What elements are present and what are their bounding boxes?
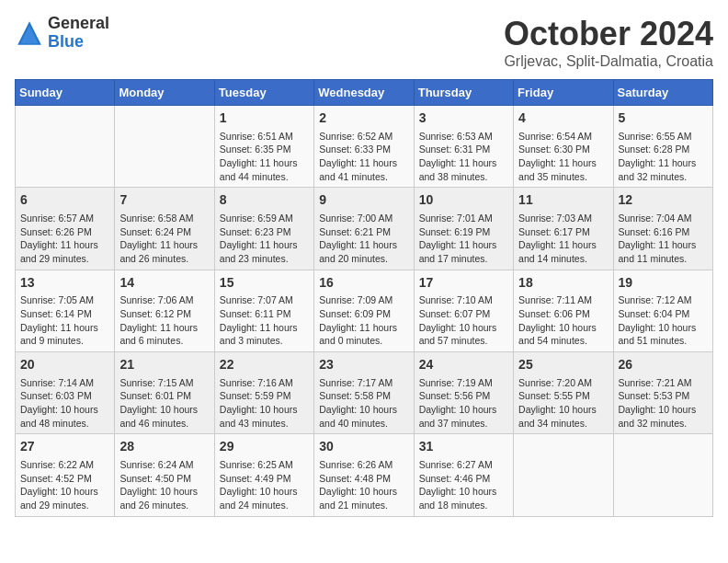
calendar-cell: 24Sunrise: 7:19 AM Sunset: 5:56 PM Dayli… xyxy=(414,352,513,434)
calendar-cell xyxy=(514,434,613,516)
day-number: 28 xyxy=(119,438,209,456)
calendar-cell: 11Sunrise: 7:03 AM Sunset: 6:17 PM Dayli… xyxy=(514,188,613,270)
calendar-cell: 30Sunrise: 6:26 AM Sunset: 4:48 PM Dayli… xyxy=(314,434,414,516)
cell-content: Sunrise: 7:04 AM Sunset: 6:16 PM Dayligh… xyxy=(619,212,708,266)
cell-content: Sunrise: 7:21 AM Sunset: 5:53 PM Dayligh… xyxy=(619,376,708,431)
week-row-4: 20Sunrise: 7:14 AM Sunset: 6:03 PM Dayli… xyxy=(16,352,713,434)
cell-content: Sunrise: 6:59 AM Sunset: 6:23 PM Dayligh… xyxy=(220,212,309,266)
calendar-cell: 3Sunrise: 6:53 AM Sunset: 6:31 PM Daylig… xyxy=(414,106,513,188)
cell-content: Sunrise: 6:55 AM Sunset: 6:28 PM Dayligh… xyxy=(619,130,708,184)
title-block: October 2024 Grljevac, Split-Dalmatia, C… xyxy=(504,15,713,70)
calendar-cell: 12Sunrise: 7:04 AM Sunset: 6:16 PM Dayli… xyxy=(613,188,712,270)
calendar-cell xyxy=(115,106,214,188)
header-friday: Friday xyxy=(514,80,613,106)
calendar-table: SundayMondayTuesdayWednesdayThursdayFrid… xyxy=(15,79,713,517)
cell-content: Sunrise: 6:51 AM Sunset: 6:35 PM Dayligh… xyxy=(220,130,309,184)
logo-blue: Blue xyxy=(48,33,109,52)
day-number: 14 xyxy=(119,274,209,293)
calendar-cell: 2Sunrise: 6:52 AM Sunset: 6:33 PM Daylig… xyxy=(314,106,414,188)
calendar-cell: 29Sunrise: 6:25 AM Sunset: 4:49 PM Dayli… xyxy=(214,434,313,516)
cell-content: Sunrise: 6:24 AM Sunset: 4:50 PM Dayligh… xyxy=(119,458,209,512)
cell-content: Sunrise: 7:05 AM Sunset: 6:14 PM Dayligh… xyxy=(20,293,109,348)
day-number: 2 xyxy=(319,109,408,128)
calendar-cell: 19Sunrise: 7:12 AM Sunset: 6:04 PM Dayli… xyxy=(613,270,712,351)
day-number: 3 xyxy=(419,109,508,128)
day-number: 17 xyxy=(419,274,508,293)
cell-content: Sunrise: 7:14 AM Sunset: 6:03 PM Dayligh… xyxy=(20,376,109,431)
day-number: 7 xyxy=(119,191,209,210)
calendar-subtitle: Grljevac, Split-Dalmatia, Croatia xyxy=(504,53,713,70)
day-number: 22 xyxy=(220,356,309,374)
cell-content: Sunrise: 6:25 AM Sunset: 4:49 PM Dayligh… xyxy=(220,458,309,512)
day-number: 9 xyxy=(319,191,408,210)
day-number: 15 xyxy=(220,274,309,293)
logo-general: General xyxy=(48,15,109,33)
day-number: 18 xyxy=(518,274,608,293)
day-number: 27 xyxy=(20,438,109,456)
cell-content: Sunrise: 7:03 AM Sunset: 6:17 PM Dayligh… xyxy=(518,212,608,266)
cell-content: Sunrise: 6:26 AM Sunset: 4:48 PM Dayligh… xyxy=(319,458,408,512)
cell-content: Sunrise: 7:10 AM Sunset: 6:07 PM Dayligh… xyxy=(419,293,508,348)
cell-content: Sunrise: 7:00 AM Sunset: 6:21 PM Dayligh… xyxy=(319,212,408,266)
day-number: 6 xyxy=(20,191,109,210)
calendar-cell: 8Sunrise: 6:59 AM Sunset: 6:23 PM Daylig… xyxy=(214,188,313,270)
calendar-title: October 2024 xyxy=(504,15,713,53)
week-row-5: 27Sunrise: 6:22 AM Sunset: 4:52 PM Dayli… xyxy=(16,434,713,516)
calendar-cell: 28Sunrise: 6:24 AM Sunset: 4:50 PM Dayli… xyxy=(115,434,214,516)
day-number: 29 xyxy=(220,438,309,456)
day-number: 13 xyxy=(20,274,109,293)
cell-content: Sunrise: 7:19 AM Sunset: 5:56 PM Dayligh… xyxy=(419,376,508,431)
day-number: 12 xyxy=(619,191,708,210)
cell-content: Sunrise: 6:53 AM Sunset: 6:31 PM Dayligh… xyxy=(419,130,508,184)
calendar-cell: 20Sunrise: 7:14 AM Sunset: 6:03 PM Dayli… xyxy=(16,352,115,434)
cell-content: Sunrise: 7:17 AM Sunset: 5:58 PM Dayligh… xyxy=(319,376,408,431)
cell-content: Sunrise: 7:12 AM Sunset: 6:04 PM Dayligh… xyxy=(619,293,708,348)
day-number: 19 xyxy=(619,274,708,293)
cell-content: Sunrise: 6:57 AM Sunset: 6:26 PM Dayligh… xyxy=(20,212,109,266)
day-number: 23 xyxy=(319,356,408,374)
calendar-cell: 4Sunrise: 6:54 AM Sunset: 6:30 PM Daylig… xyxy=(514,106,613,188)
cell-content: Sunrise: 7:06 AM Sunset: 6:12 PM Dayligh… xyxy=(119,293,209,348)
day-number: 21 xyxy=(119,356,209,374)
calendar-cell: 7Sunrise: 6:58 AM Sunset: 6:24 PM Daylig… xyxy=(115,188,214,270)
day-number: 16 xyxy=(319,274,408,293)
calendar-cell: 17Sunrise: 7:10 AM Sunset: 6:07 PM Dayli… xyxy=(414,270,513,351)
header-wednesday: Wednesday xyxy=(314,80,414,106)
calendar-cell: 18Sunrise: 7:11 AM Sunset: 6:06 PM Dayli… xyxy=(514,270,613,351)
day-number: 1 xyxy=(220,109,309,128)
calendar-cell: 26Sunrise: 7:21 AM Sunset: 5:53 PM Dayli… xyxy=(613,352,712,434)
day-number: 31 xyxy=(419,438,508,456)
calendar-body: 1Sunrise: 6:51 AM Sunset: 6:35 PM Daylig… xyxy=(16,106,713,517)
day-number: 30 xyxy=(319,438,408,456)
cell-content: Sunrise: 6:22 AM Sunset: 4:52 PM Dayligh… xyxy=(20,458,109,512)
cell-content: Sunrise: 7:07 AM Sunset: 6:11 PM Dayligh… xyxy=(220,293,309,348)
day-number: 24 xyxy=(419,356,508,374)
day-number: 5 xyxy=(619,109,708,128)
week-row-3: 13Sunrise: 7:05 AM Sunset: 6:14 PM Dayli… xyxy=(16,270,713,351)
cell-content: Sunrise: 6:27 AM Sunset: 4:46 PM Dayligh… xyxy=(419,458,508,512)
header-saturday: Saturday xyxy=(613,80,712,106)
calendar-cell: 16Sunrise: 7:09 AM Sunset: 6:09 PM Dayli… xyxy=(314,270,414,351)
logo: General Blue xyxy=(15,15,109,52)
calendar-cell: 10Sunrise: 7:01 AM Sunset: 6:19 PM Dayli… xyxy=(414,188,513,270)
calendar-cell: 5Sunrise: 6:55 AM Sunset: 6:28 PM Daylig… xyxy=(613,106,712,188)
calendar-cell: 22Sunrise: 7:16 AM Sunset: 5:59 PM Dayli… xyxy=(214,352,313,434)
day-number: 4 xyxy=(518,109,608,128)
header-sunday: Sunday xyxy=(16,80,115,106)
cell-content: Sunrise: 6:52 AM Sunset: 6:33 PM Dayligh… xyxy=(319,130,408,184)
calendar-cell: 27Sunrise: 6:22 AM Sunset: 4:52 PM Dayli… xyxy=(16,434,115,516)
day-number: 20 xyxy=(20,356,109,374)
week-row-2: 6Sunrise: 6:57 AM Sunset: 6:26 PM Daylig… xyxy=(16,188,713,270)
day-number: 26 xyxy=(619,356,708,374)
cell-content: Sunrise: 7:15 AM Sunset: 6:01 PM Dayligh… xyxy=(119,376,209,431)
day-number: 25 xyxy=(518,356,608,374)
calendar-cell: 9Sunrise: 7:00 AM Sunset: 6:21 PM Daylig… xyxy=(314,188,414,270)
calendar-cell: 13Sunrise: 7:05 AM Sunset: 6:14 PM Dayli… xyxy=(16,270,115,351)
header-thursday: Thursday xyxy=(414,80,513,106)
calendar-cell: 25Sunrise: 7:20 AM Sunset: 5:55 PM Dayli… xyxy=(514,352,613,434)
cell-content: Sunrise: 6:54 AM Sunset: 6:30 PM Dayligh… xyxy=(518,130,608,184)
calendar-cell: 15Sunrise: 7:07 AM Sunset: 6:11 PM Dayli… xyxy=(214,270,313,351)
day-number: 11 xyxy=(518,191,608,210)
calendar-header: SundayMondayTuesdayWednesdayThursdayFrid… xyxy=(16,80,713,106)
cell-content: Sunrise: 6:58 AM Sunset: 6:24 PM Dayligh… xyxy=(119,212,209,266)
